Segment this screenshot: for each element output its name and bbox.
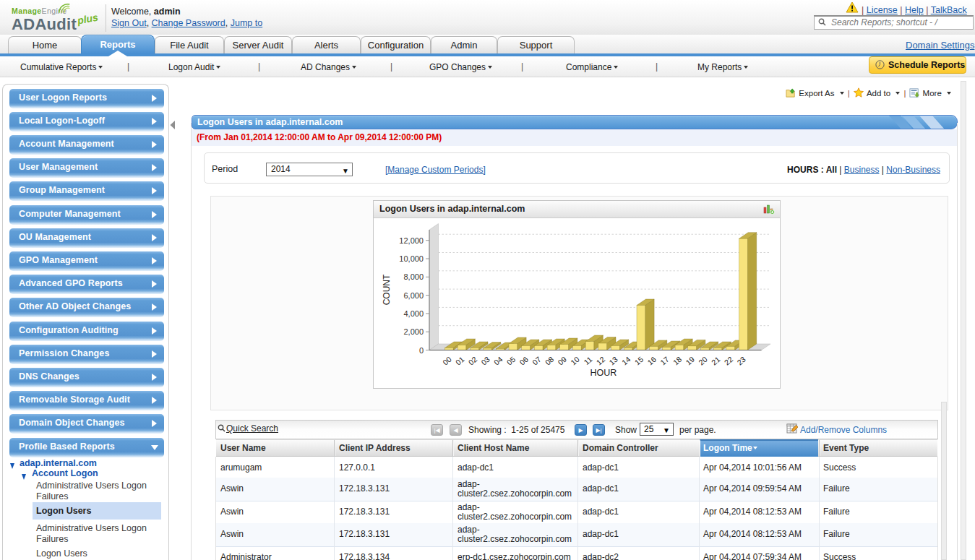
svg-text:21: 21 [710, 355, 722, 367]
svg-text:09: 09 [556, 355, 568, 367]
svg-text:2,000: 2,000 [403, 327, 424, 336]
svg-text:10,000: 10,000 [399, 254, 424, 263]
svg-text:05: 05 [505, 355, 517, 367]
svg-text:02: 02 [467, 355, 479, 367]
svg-text:13: 13 [607, 355, 619, 367]
svg-text:08: 08 [544, 355, 556, 367]
svg-text:07: 07 [531, 355, 543, 367]
svg-text:22: 22 [723, 355, 735, 367]
svg-text:23: 23 [735, 355, 747, 367]
svg-text:COUNT: COUNT [382, 274, 392, 305]
svg-text:6,000: 6,000 [403, 291, 424, 300]
svg-text:19: 19 [684, 355, 696, 367]
svg-text:20: 20 [697, 355, 709, 367]
svg-text:15: 15 [633, 355, 645, 367]
svg-text:12,000: 12,000 [399, 236, 424, 245]
svg-text:11: 11 [582, 355, 593, 366]
svg-text:0: 0 [419, 346, 424, 355]
svg-text:HOUR: HOUR [590, 368, 617, 378]
svg-text:03: 03 [479, 355, 491, 367]
svg-text:10: 10 [569, 355, 581, 367]
svg-text:4,000: 4,000 [403, 309, 424, 318]
svg-text:12: 12 [595, 355, 607, 367]
svg-text:06: 06 [517, 355, 530, 367]
svg-text:04: 04 [492, 355, 504, 367]
svg-text:14: 14 [620, 355, 632, 367]
svg-text:8,000: 8,000 [403, 272, 424, 281]
svg-text:00: 00 [441, 355, 453, 367]
svg-text:16: 16 [645, 355, 658, 367]
svg-text:17: 17 [658, 355, 671, 367]
svg-text:18: 18 [671, 355, 684, 367]
svg-text:01: 01 [454, 355, 466, 367]
